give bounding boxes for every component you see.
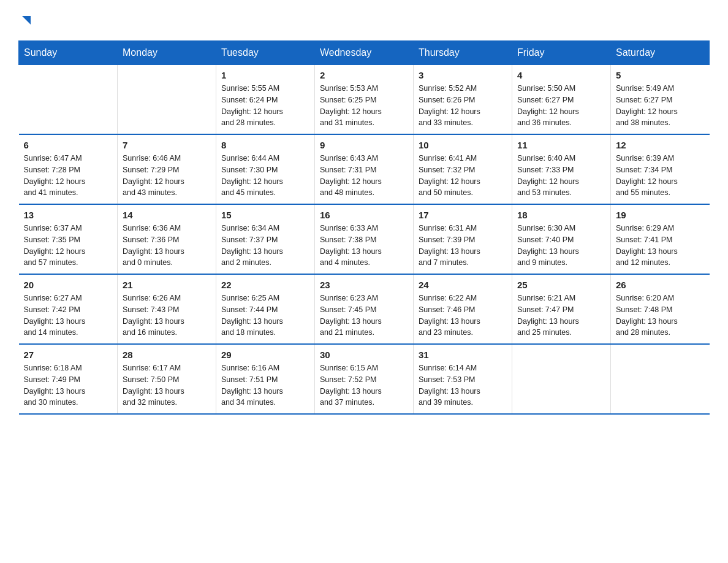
- calendar-cell: 17Sunrise: 6:31 AM Sunset: 7:39 PM Dayli…: [414, 204, 512, 274]
- day-number: 19: [616, 210, 705, 220]
- day-number: 13: [24, 210, 113, 220]
- day-info: Sunrise: 6:27 AM Sunset: 7:42 PM Dayligh…: [24, 293, 113, 339]
- day-info: Sunrise: 6:34 AM Sunset: 7:37 PM Dayligh…: [221, 223, 309, 269]
- day-number: 24: [419, 280, 507, 290]
- day-info: Sunrise: 6:20 AM Sunset: 7:48 PM Dayligh…: [616, 293, 705, 339]
- day-info: Sunrise: 6:46 AM Sunset: 7:29 PM Dayligh…: [123, 153, 211, 199]
- calendar-cell: [512, 344, 611, 414]
- calendar-cell: 13Sunrise: 6:37 AM Sunset: 7:35 PM Dayli…: [19, 204, 118, 274]
- day-info: Sunrise: 6:41 AM Sunset: 7:32 PM Dayligh…: [419, 153, 507, 199]
- calendar-cell: 20Sunrise: 6:27 AM Sunset: 7:42 PM Dayli…: [19, 274, 118, 344]
- calendar-cell: 23Sunrise: 6:23 AM Sunset: 7:45 PM Dayli…: [315, 274, 414, 344]
- day-info: Sunrise: 5:52 AM Sunset: 6:26 PM Dayligh…: [419, 83, 507, 129]
- calendar-cell: 3Sunrise: 5:52 AM Sunset: 6:26 PM Daylig…: [414, 65, 512, 135]
- day-number: 16: [320, 210, 408, 220]
- weekday-header-sunday: Sunday: [19, 41, 118, 65]
- day-number: 25: [517, 280, 605, 290]
- logo: [18, 12, 33, 29]
- day-info: Sunrise: 6:33 AM Sunset: 7:38 PM Dayligh…: [320, 223, 408, 269]
- day-info: Sunrise: 6:23 AM Sunset: 7:45 PM Dayligh…: [320, 293, 408, 339]
- day-number: 11: [517, 140, 605, 150]
- day-info: Sunrise: 6:30 AM Sunset: 7:40 PM Dayligh…: [517, 223, 605, 269]
- day-number: 22: [221, 280, 309, 290]
- day-number: 29: [221, 350, 309, 360]
- day-number: 3: [419, 70, 507, 80]
- calendar-cell: 28Sunrise: 6:17 AM Sunset: 7:50 PM Dayli…: [118, 344, 216, 414]
- day-number: 18: [517, 210, 605, 220]
- calendar-cell: 4Sunrise: 5:50 AM Sunset: 6:27 PM Daylig…: [512, 65, 611, 135]
- day-info: Sunrise: 6:29 AM Sunset: 7:41 PM Dayligh…: [616, 223, 705, 269]
- calendar-cell: 6Sunrise: 6:47 AM Sunset: 7:28 PM Daylig…: [19, 134, 118, 204]
- calendar-week-row: 27Sunrise: 6:18 AM Sunset: 7:49 PM Dayli…: [19, 344, 710, 414]
- day-number: 23: [320, 280, 408, 290]
- calendar-cell: 22Sunrise: 6:25 AM Sunset: 7:44 PM Dayli…: [216, 274, 315, 344]
- day-number: 28: [123, 350, 211, 360]
- day-number: 8: [221, 140, 309, 150]
- day-number: 27: [24, 350, 113, 360]
- weekday-header-row: SundayMondayTuesdayWednesdayThursdayFrid…: [19, 41, 710, 65]
- day-number: 21: [123, 280, 211, 290]
- calendar-cell: 18Sunrise: 6:30 AM Sunset: 7:40 PM Dayli…: [512, 204, 611, 274]
- day-number: 5: [616, 70, 705, 80]
- day-info: Sunrise: 6:26 AM Sunset: 7:43 PM Dayligh…: [123, 293, 211, 339]
- calendar-cell: 27Sunrise: 6:18 AM Sunset: 7:49 PM Dayli…: [19, 344, 118, 414]
- calendar-cell: 10Sunrise: 6:41 AM Sunset: 7:32 PM Dayli…: [414, 134, 512, 204]
- day-number: 1: [221, 70, 309, 80]
- logo-icon: [20, 13, 33, 27]
- day-number: 7: [123, 140, 211, 150]
- calendar-week-row: 1Sunrise: 5:55 AM Sunset: 6:24 PM Daylig…: [19, 65, 710, 135]
- calendar-cell: [611, 344, 710, 414]
- calendar-cell: 2Sunrise: 5:53 AM Sunset: 6:25 PM Daylig…: [315, 65, 414, 135]
- weekday-header-tuesday: Tuesday: [216, 41, 315, 65]
- day-info: Sunrise: 6:18 AM Sunset: 7:49 PM Dayligh…: [24, 362, 113, 408]
- calendar-cell: 5Sunrise: 5:49 AM Sunset: 6:27 PM Daylig…: [611, 65, 710, 135]
- day-info: Sunrise: 5:50 AM Sunset: 6:27 PM Dayligh…: [517, 83, 605, 129]
- day-info: Sunrise: 6:17 AM Sunset: 7:50 PM Dayligh…: [123, 362, 211, 408]
- day-number: 9: [320, 140, 408, 150]
- calendar-week-row: 20Sunrise: 6:27 AM Sunset: 7:42 PM Dayli…: [19, 274, 710, 344]
- calendar-cell: 19Sunrise: 6:29 AM Sunset: 7:41 PM Dayli…: [611, 204, 710, 274]
- calendar-week-row: 6Sunrise: 6:47 AM Sunset: 7:28 PM Daylig…: [19, 134, 710, 204]
- svg-marker-0: [22, 16, 31, 25]
- day-info: Sunrise: 6:37 AM Sunset: 7:35 PM Dayligh…: [24, 223, 113, 269]
- calendar-cell: 16Sunrise: 6:33 AM Sunset: 7:38 PM Dayli…: [315, 204, 414, 274]
- calendar-cell: 21Sunrise: 6:26 AM Sunset: 7:43 PM Dayli…: [118, 274, 216, 344]
- calendar-cell: 30Sunrise: 6:15 AM Sunset: 7:52 PM Dayli…: [315, 344, 414, 414]
- calendar-cell: 8Sunrise: 6:44 AM Sunset: 7:30 PM Daylig…: [216, 134, 315, 204]
- day-number: 6: [24, 140, 113, 150]
- calendar-cell: 26Sunrise: 6:20 AM Sunset: 7:48 PM Dayli…: [611, 274, 710, 344]
- calendar-cell: 7Sunrise: 6:46 AM Sunset: 7:29 PM Daylig…: [118, 134, 216, 204]
- calendar-cell: [118, 65, 216, 135]
- day-info: Sunrise: 6:44 AM Sunset: 7:30 PM Dayligh…: [221, 153, 309, 199]
- day-info: Sunrise: 6:40 AM Sunset: 7:33 PM Dayligh…: [517, 153, 605, 199]
- weekday-header-thursday: Thursday: [414, 41, 512, 65]
- day-info: Sunrise: 6:36 AM Sunset: 7:36 PM Dayligh…: [123, 223, 211, 269]
- day-number: 4: [517, 70, 605, 80]
- day-number: 10: [419, 140, 507, 150]
- day-info: Sunrise: 6:31 AM Sunset: 7:39 PM Dayligh…: [419, 223, 507, 269]
- calendar-cell: 1Sunrise: 5:55 AM Sunset: 6:24 PM Daylig…: [216, 65, 315, 135]
- day-info: Sunrise: 6:22 AM Sunset: 7:46 PM Dayligh…: [419, 293, 507, 339]
- day-number: 20: [24, 280, 113, 290]
- calendar-cell: 14Sunrise: 6:36 AM Sunset: 7:36 PM Dayli…: [118, 204, 216, 274]
- day-info: Sunrise: 6:15 AM Sunset: 7:52 PM Dayligh…: [320, 362, 408, 408]
- calendar-cell: 15Sunrise: 6:34 AM Sunset: 7:37 PM Dayli…: [216, 204, 315, 274]
- day-info: Sunrise: 6:43 AM Sunset: 7:31 PM Dayligh…: [320, 153, 408, 199]
- day-number: 30: [320, 350, 408, 360]
- day-info: Sunrise: 6:39 AM Sunset: 7:34 PM Dayligh…: [616, 153, 705, 199]
- day-number: 12: [616, 140, 705, 150]
- day-info: Sunrise: 5:49 AM Sunset: 6:27 PM Dayligh…: [616, 83, 705, 129]
- calendar-cell: 25Sunrise: 6:21 AM Sunset: 7:47 PM Dayli…: [512, 274, 611, 344]
- calendar-cell: 12Sunrise: 6:39 AM Sunset: 7:34 PM Dayli…: [611, 134, 710, 204]
- day-info: Sunrise: 6:47 AM Sunset: 7:28 PM Dayligh…: [24, 153, 113, 199]
- calendar-table: SundayMondayTuesdayWednesdayThursdayFrid…: [18, 40, 710, 415]
- day-info: Sunrise: 6:21 AM Sunset: 7:47 PM Dayligh…: [517, 293, 605, 339]
- weekday-header-wednesday: Wednesday: [315, 41, 414, 65]
- calendar-cell: 11Sunrise: 6:40 AM Sunset: 7:33 PM Dayli…: [512, 134, 611, 204]
- day-info: Sunrise: 5:53 AM Sunset: 6:25 PM Dayligh…: [320, 83, 408, 129]
- day-number: 31: [419, 350, 507, 360]
- day-number: 17: [419, 210, 507, 220]
- page-header: [18, 12, 710, 29]
- day-number: 2: [320, 70, 408, 80]
- weekday-header-saturday: Saturday: [611, 41, 710, 65]
